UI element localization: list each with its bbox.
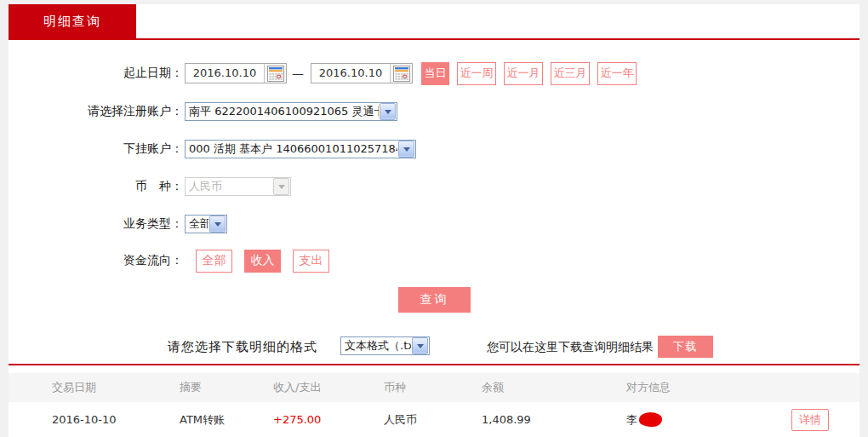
redaction-blob [639, 412, 662, 427]
header-counterparty: 对方信息 [621, 380, 783, 395]
header-summary: 摘要 [174, 380, 268, 395]
tab-detail-query[interactable]: 明细查询 [9, 4, 136, 38]
currency-select: 人民币 [185, 177, 291, 196]
currency-row: 币 种： 人民币 [9, 175, 291, 198]
fund-flow-label: 资金流向： [9, 253, 183, 268]
fund-flow-income-button[interactable]: 收入 [244, 250, 281, 273]
quick-range-week[interactable]: 近一周 [457, 62, 496, 85]
calendar-icon[interactable] [264, 64, 286, 83]
content-card: 明细查询 起止日期： 2016.10.10 — [9, 4, 859, 437]
download-format-value: 文本格式（.txt） [341, 338, 411, 354]
counterparty-name: 李 [626, 413, 637, 426]
end-date-input[interactable]: 2016.10.10 [311, 63, 413, 83]
download-format-select[interactable]: 文本格式（.txt） [340, 336, 430, 355]
row-counterparty: 李 [621, 412, 783, 428]
row-summary: ATM转账 [174, 412, 268, 428]
calendar-icon[interactable] [390, 64, 412, 83]
page: { "colors": { "brand_red": "#c7000b", "s… [0, 0, 868, 437]
registered-account-select[interactable]: 南平 6222001406100921065 灵通卡 [185, 102, 397, 121]
date-range-label: 起止日期： [9, 66, 183, 81]
sub-account-select[interactable]: 000 活期 基本户 1406600101102571848 [185, 140, 416, 158]
chevron-down-icon [273, 178, 289, 195]
business-type-row: 业务类型： 全部 [9, 213, 227, 235]
tab-bar: 明细查询 [9, 4, 859, 40]
registered-account-row: 请选择注册账户： 南平 6222001406100921065 灵通卡 [9, 101, 397, 123]
chevron-down-icon [398, 141, 414, 158]
query-button[interactable]: 查询 [398, 287, 471, 313]
date-range-row: 起止日期： 2016.10.10 — 2016.10.10 [9, 61, 637, 85]
chevron-down-icon [380, 103, 396, 120]
download-button[interactable]: 下载 [658, 336, 713, 358]
currency-label: 币 种： [9, 179, 183, 194]
row-amount: +275.00 [268, 413, 379, 426]
business-type-label: 业务类型： [9, 216, 183, 232]
currency-value: 人民币 [186, 179, 272, 194]
start-date-value: 2016.10.10 [186, 64, 264, 83]
row-balance: 1,408.99 [477, 413, 621, 426]
chevron-down-icon [209, 216, 226, 233]
sub-account-row: 下挂账户： 000 活期 基本户 1406600101102571848 [9, 138, 416, 160]
fund-flow-expense-button[interactable]: 支出 [293, 250, 329, 273]
results-table-header: 交易日期 摘要 收入/支出 币种 余额 对方信息 [9, 373, 859, 402]
header-balance: 余额 [477, 380, 621, 395]
table-row: 2016-10-10 ATM转账 +275.00 人民币 1,408.99 李 … [9, 402, 859, 437]
download-row: 请您选择下载明细的格式 文本格式（.txt） 您可以在这里下载查询明细结果 下载 [9, 336, 859, 358]
fund-flow-all-button[interactable]: 全部 [196, 250, 232, 273]
download-format-label: 请您选择下载明细的格式 [168, 339, 317, 355]
fund-flow-row: 资金流向： 全部 收入 支出 [9, 249, 341, 273]
start-date-input[interactable]: 2016.10.10 [185, 63, 287, 83]
row-currency: 人民币 [379, 412, 477, 428]
chevron-down-icon [412, 337, 428, 354]
red-divider [9, 364, 859, 365]
download-hint-label: 您可以在这里下载查询明细结果 [487, 340, 654, 355]
row-date: 2016-10-10 [47, 413, 174, 426]
registered-account-label: 请选择注册账户： [9, 104, 183, 119]
header-in-out: 收入/支出 [268, 380, 379, 395]
quick-range-today[interactable]: 当日 [421, 62, 449, 85]
sub-account-value: 000 活期 基本户 1406600101102571848 [186, 141, 397, 157]
sub-account-label: 下挂账户： [9, 141, 183, 157]
end-date-value: 2016.10.10 [311, 64, 390, 83]
quick-range-quarter[interactable]: 近三月 [551, 62, 590, 85]
business-type-select[interactable]: 全部 [185, 215, 227, 233]
date-range-separator: — [287, 66, 309, 80]
registered-account-value: 南平 6222001406100921065 灵通卡 [186, 104, 379, 119]
header-date: 交易日期 [47, 380, 174, 395]
header-currency: 币种 [379, 380, 477, 395]
row-action-cell: 详情 [783, 409, 859, 431]
quick-range-year[interactable]: 近一年 [597, 62, 637, 85]
detail-button[interactable]: 详情 [791, 409, 829, 431]
quick-range-month[interactable]: 近一月 [504, 62, 543, 85]
business-type-value: 全部 [186, 216, 208, 232]
